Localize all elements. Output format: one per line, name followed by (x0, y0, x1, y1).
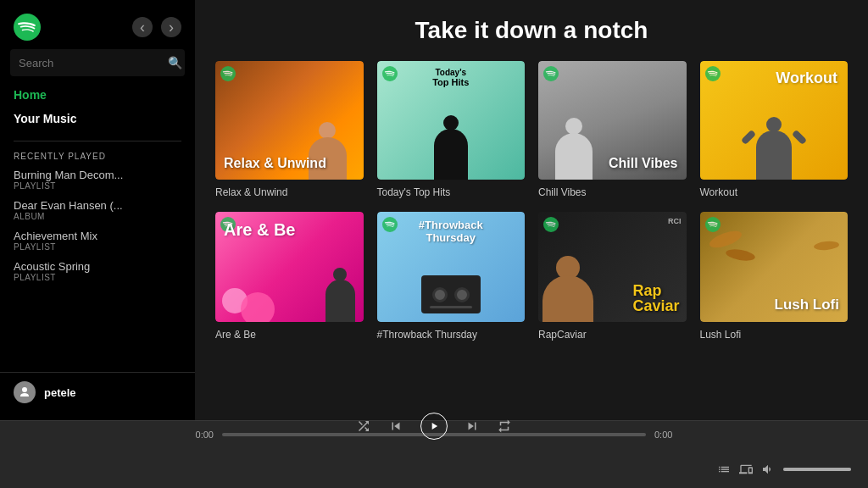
list-item[interactable]: Achievement Mix PLAYLIST (0, 225, 195, 256)
nav-arrows: ‹ › (132, 17, 181, 37)
list-item[interactable]: Acoustic Spring PLAYLIST (0, 256, 195, 286)
svg-point-8 (705, 217, 721, 232)
svg-point-4 (705, 66, 721, 81)
playlist-name: Burning Man Decom... (14, 169, 181, 181)
playlist-card-workout-title: Workout (700, 186, 849, 198)
playlist-card-throwback[interactable]: #ThrowbackThursday #Throwback Thursday (377, 212, 526, 341)
next-button[interactable] (465, 419, 480, 434)
svg-point-3 (543, 66, 559, 81)
card-chillvibes-label: Chill Vibes (609, 156, 678, 171)
page-title: Take it down a notch (215, 17, 848, 44)
playlist-card-throwback-title: #Throwback Thursday (377, 329, 526, 341)
prev-button[interactable] (388, 419, 403, 434)
playlist-name: Dear Evan Hansen (... (14, 199, 181, 212)
playlist-type: PLAYLIST (14, 273, 181, 282)
total-time: 0:00 (654, 430, 684, 440)
main-content: Take it down a notch (195, 0, 868, 420)
recently-played-label: RECENTLY PLAYED (0, 145, 195, 164)
card-throwback-label: #ThrowbackThursday (377, 219, 526, 244)
username: petele (44, 386, 76, 399)
queue-button[interactable] (717, 463, 731, 476)
spotify-logo (14, 14, 41, 41)
playlist-card-workout[interactable]: Workout Workout (700, 61, 849, 198)
sidebar-divider (14, 141, 181, 141)
card-rapcaviar-label: RapCaviar (632, 283, 679, 313)
volume-bar-fill (783, 468, 851, 471)
playlist-card-relax[interactable]: Relax & Unwind Relax & Unwind (215, 61, 364, 198)
search-input[interactable] (19, 57, 161, 69)
sidebar-nav: Home Your Music (0, 83, 195, 130)
card-workout-label: Workout (776, 69, 837, 87)
playlist-card-arebe[interactable]: Are & Be Are & Be (215, 212, 364, 341)
playlist-card-chillvibes[interactable]: Chill Vibes Chill Vibes (538, 61, 687, 198)
search-icon: 🔍 (168, 56, 182, 69)
nav-back-button[interactable]: ‹ (132, 17, 153, 37)
playlist-type: PLAYLIST (14, 181, 181, 191)
playlist-card-lushlofi-title: Lush Lofi (700, 329, 849, 341)
playlist-card-tophits[interactable]: Today's Top Hits Today's Top Hits (377, 61, 526, 198)
playlist-name: Acoustic Spring (14, 260, 181, 273)
playlist-grid-row2: Are & Be Are & Be (215, 212, 848, 341)
card-arebe-label: Are & Be (224, 220, 295, 240)
playlist-card-relax-title: Relax & Unwind (215, 186, 364, 198)
search-bar[interactable]: 🔍 (10, 49, 185, 76)
playlist-type: ALBUM (14, 212, 181, 221)
volume-bar[interactable] (783, 468, 851, 471)
nav-forward-button[interactable]: › (161, 17, 181, 37)
sidebar: ‹ › 🔍 Home Your Music RECENTLY PLAYED Bu… (0, 0, 195, 420)
card-lushlofi-label: Lush Lofi (775, 297, 839, 313)
playlist-card-lushlofi[interactable]: Lush Lofi Lush Lofi (700, 212, 849, 341)
playlist-card-rapcaviar[interactable]: RapCaviar RCI RapCaviar (538, 212, 687, 341)
shuffle-button[interactable] (356, 419, 371, 434)
player-controls-center (356, 413, 512, 440)
playlist-grid-row1: Relax & Unwind Relax & Unwind Toda (215, 61, 848, 198)
svg-point-1 (220, 66, 236, 81)
playlist-card-arebe-title: Are & Be (215, 329, 364, 341)
play-button[interactable] (420, 413, 448, 440)
sidebar-item-home[interactable]: Home (14, 83, 181, 107)
sidebar-header: ‹ › (0, 0, 195, 49)
list-item[interactable]: Burning Man Decom... PLAYLIST (0, 164, 195, 195)
sidebar-footer: petele (0, 372, 195, 412)
repeat-button[interactable] (497, 419, 512, 434)
playlist-card-rapcaviar-title: RapCaviar (538, 329, 687, 341)
sidebar-item-your-music[interactable]: Your Music (14, 107, 181, 130)
devices-button[interactable] (739, 463, 753, 476)
playlist-card-chillvibes-title: Chill Vibes (538, 186, 687, 198)
card-relax-label: Relax & Unwind (224, 156, 326, 171)
svg-point-0 (14, 14, 41, 41)
playlist-name: Achievement Mix (14, 230, 181, 242)
playlist-type: PLAYLIST (14, 242, 181, 252)
volume-button[interactable] (761, 463, 775, 476)
playlist-card-tophits-title: Today's Top Hits (377, 186, 526, 198)
player-bar: 0:00 0:00 (0, 420, 868, 488)
list-item[interactable]: Dear Evan Hansen (... ALBUM (0, 195, 195, 225)
current-time: 0:00 (184, 430, 214, 440)
avatar (14, 381, 36, 403)
